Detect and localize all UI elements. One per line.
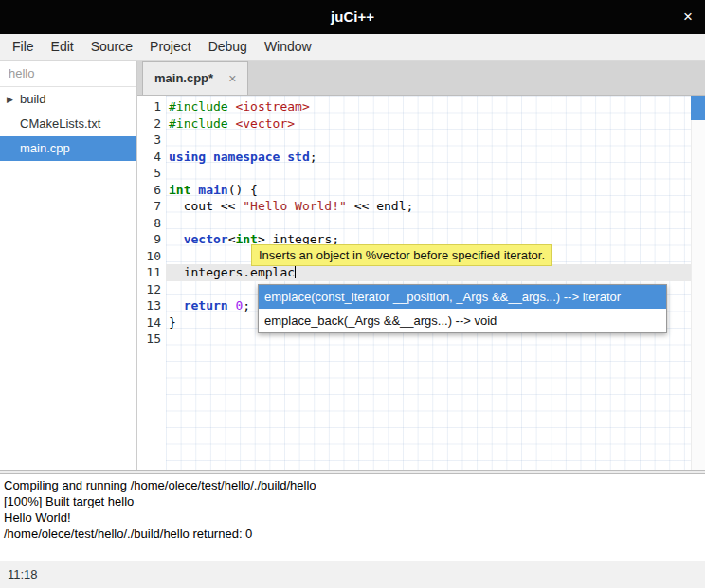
completion-item[interactable]: emplace_back(_Args &&__args...) --> void [259, 309, 666, 332]
code-segment: using namespace std [169, 150, 310, 164]
terminal-output[interactable]: Compiling and running /home/olece/test/h… [0, 474, 705, 561]
tree-item-main-cpp[interactable]: main.cpp [0, 136, 136, 161]
code-segment: #include [169, 99, 235, 114]
code-area[interactable]: #include <iostream>#include <vector>usin… [166, 96, 705, 470]
code-segment [169, 232, 184, 246]
menu-item-debug[interactable]: Debug [200, 34, 256, 60]
line-number: 4 [137, 149, 166, 166]
line-number: 3 [137, 132, 166, 149]
line-number: 10 [137, 248, 166, 265]
window-title: juCi++ [0, 0, 705, 34]
line-number: 5 [137, 165, 166, 182]
vertical-scrollbar[interactable] [691, 96, 705, 470]
code-line-4[interactable]: using namespace std; [166, 149, 705, 166]
code-segment: main [198, 183, 227, 197]
terminal-line: /home/olece/test/hello/./build/hello ret… [4, 526, 701, 542]
code-line-7[interactable]: cout << "Hello World!" << endl; [166, 198, 705, 215]
menu-item-edit[interactable]: Edit [43, 34, 82, 60]
line-number-gutter: 123456789101112131415 [137, 96, 166, 470]
project-name[interactable]: hello [0, 61, 136, 87]
file-tree: ▶buildCMakeLists.txtmain.cpp [0, 87, 136, 161]
line-number: 15 [137, 330, 166, 347]
code-segment: cout << [169, 199, 243, 213]
menu-item-source[interactable]: Source [82, 34, 141, 60]
code-segment: #include [169, 116, 235, 131]
tree-item-label: main.cpp [20, 141, 70, 155]
code-segment: integers.emplac [169, 265, 295, 279]
completion-popup: emplace(const_iterator __position, _Args… [258, 284, 667, 333]
code-segment: int [169, 183, 190, 197]
line-number: 9 [137, 231, 166, 248]
tree-item-cmakelists-txt[interactable]: CMakeLists.txt [0, 112, 136, 136]
code-segment: ; [243, 298, 250, 312]
line-number: 6 [137, 182, 166, 199]
tree-item-label: build [20, 92, 45, 106]
terminal-line: Compiling and running /home/olece/test/h… [4, 477, 701, 493]
line-number: 1 [137, 98, 166, 116]
code-line-6[interactable]: int main() { [166, 182, 705, 199]
status-bar: 11:18 [0, 561, 705, 588]
completion-item[interactable]: emplace(const_iterator __position, _Args… [259, 285, 666, 309]
code-line-1[interactable]: #include <iostream> [166, 98, 705, 116]
scrollbar-thumb[interactable] [691, 96, 705, 120]
sidebar: hello ▶buildCMakeLists.txtmain.cpp [0, 61, 137, 470]
expander-icon[interactable]: ▶ [7, 87, 13, 112]
tab-close-icon[interactable]: × [228, 71, 236, 86]
code-editor: 123456789101112131415 #include <iostream… [137, 96, 705, 470]
code-segment: << endl; [347, 199, 413, 213]
code-line-11[interactable]: integers.emplac [166, 264, 705, 281]
code-segment: return [184, 298, 228, 312]
menu-bar: FileEditSourceProjectDebugWindow [0, 34, 705, 61]
code-line-3[interactable] [166, 132, 705, 149]
line-number: 12 [137, 281, 166, 298]
menu-item-file[interactable]: File [4, 34, 43, 60]
tab-label: main.cpp* [154, 71, 213, 85]
menu-item-window[interactable]: Window [256, 34, 320, 60]
menu-item-project[interactable]: Project [141, 34, 200, 60]
code-line-8[interactable] [166, 215, 705, 232]
tree-item-label: CMakeLists.txt [20, 116, 100, 131]
code-segment [169, 298, 184, 312]
line-number: 11 [137, 264, 166, 281]
line-number: 7 [137, 198, 166, 215]
cursor-position: 11:18 [8, 567, 38, 581]
line-number: 14 [137, 314, 166, 331]
completion-doc-tooltip: Inserts an object in %vector before spec… [251, 244, 552, 266]
code-segment: "Hello World!" [243, 199, 347, 213]
terminal-line: Hello World! [4, 509, 701, 526]
tree-item-build[interactable]: ▶build [0, 87, 136, 112]
code-line-2[interactable]: #include <vector> [166, 116, 705, 133]
code-segment: () { [228, 183, 258, 197]
close-icon[interactable]: × [683, 0, 693, 34]
code-segment: vector [184, 232, 228, 246]
code-segment: <vector> [235, 116, 295, 131]
line-number: 8 [137, 215, 166, 232]
code-segment: <iostream> [235, 99, 309, 114]
line-number: 13 [137, 297, 166, 314]
tab-main-cpp[interactable]: main.cpp* × [142, 61, 248, 95]
text-cursor [295, 265, 296, 278]
code-line-5[interactable] [166, 165, 705, 182]
title-bar[interactable]: juCi++ × [0, 0, 705, 34]
tab-bar: main.cpp* × [137, 61, 705, 96]
juci-window: juCi++ × FileEditSourceProjectDebugWindo… [0, 0, 705, 588]
line-number: 2 [137, 116, 166, 133]
code-segment: ; [310, 150, 317, 164]
terminal-line: [100%] Built target hello [4, 493, 701, 509]
code-segment: } [169, 315, 176, 330]
